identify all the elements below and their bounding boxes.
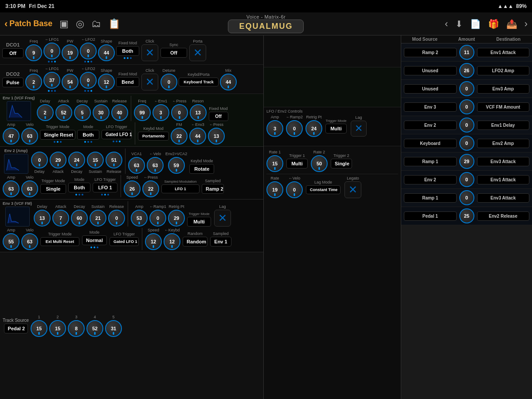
dco2-type[interactable]: Pulse <box>2 78 23 87</box>
env3-amp2[interactable]: 55 <box>3 233 20 250</box>
document-icon[interactable]: 📄 <box>470 19 481 29</box>
env3-sampled2[interactable]: Env 1 <box>210 237 231 246</box>
env1-env1[interactable]: 3 <box>153 104 169 121</box>
env3-lag-x[interactable]: ✕ <box>214 210 231 227</box>
mod-source-2[interactable]: Unused <box>404 84 457 94</box>
env1-press[interactable]: 0 <box>171 104 188 121</box>
env3-trigger-mode2[interactable]: Ext Multi Reset <box>40 237 79 246</box>
dco2-lfo2-knob[interactable]: 0 <box>80 72 97 89</box>
env3-trigger-mode[interactable]: Multi <box>187 217 211 227</box>
mod-amount-9[interactable]: 25 <box>459 208 474 223</box>
env3-amp[interactable]: 53 <box>131 210 148 227</box>
track3-knob[interactable]: 8 <box>68 320 85 337</box>
download-icon[interactable]: ⬇ <box>455 19 463 29</box>
env3-decay[interactable]: 60 <box>71 210 88 227</box>
env3-lfo-trigger[interactable]: Gated LFO 1 <box>110 237 139 246</box>
env3-ramp1[interactable]: 0 <box>149 210 166 227</box>
settings-icon[interactable]: ◎ <box>76 18 84 30</box>
mod-dest-4[interactable]: Env1 Delay <box>477 121 530 130</box>
mod-source-7[interactable]: Env 2 <box>404 175 457 184</box>
track4-knob[interactable]: 52 <box>86 320 103 337</box>
env2-sampled[interactable]: Ramp 2 <box>202 184 224 194</box>
lag-legato-x[interactable]: ✕ <box>344 181 361 198</box>
lfo-lag-x[interactable]: ✕ <box>351 121 367 137</box>
mod-source-8[interactable]: Ramp 1 <box>404 193 457 203</box>
dco1-shape-knob[interactable]: 44 <box>98 44 115 61</box>
lag-rate[interactable]: 19 <box>266 181 283 198</box>
dco2-fixed-mod[interactable]: Bend <box>116 77 139 87</box>
dco2-mix-knob[interactable]: 44 <box>220 74 237 90</box>
dco2-click-x[interactable]: ✕ <box>141 74 158 90</box>
env2-lfo-trigger[interactable]: LFO 1 <box>93 183 117 192</box>
dco1-lfo1-knob[interactable]: 0 <box>43 43 60 59</box>
dco1-freq-knob[interactable]: 9 <box>25 44 42 61</box>
mod-dest-3[interactable]: VCF FM Amount <box>477 102 530 112</box>
env2-env2vca2[interactable]: 59 <box>168 157 185 174</box>
env1-amp[interactable]: 47 <box>3 128 20 145</box>
env3-delay[interactable]: 13 <box>34 210 51 227</box>
mod-amount-5[interactable]: 0 <box>459 136 474 151</box>
mod-dest-0[interactable]: Env1 Attack <box>477 48 530 57</box>
env1-keybd-mod[interactable]: Portamento <box>138 132 169 141</box>
track1-knob[interactable]: 15 <box>31 320 47 337</box>
dco1-click-x[interactable]: ✕ <box>141 44 158 61</box>
mod-source-0[interactable]: Ramp 2 <box>404 48 457 57</box>
dco2-lfo1-knob[interactable]: 37 <box>43 72 60 89</box>
mod-amount-2[interactable]: 0 <box>459 81 474 96</box>
mod-amount-3[interactable]: 0 <box>459 99 474 114</box>
env1-press2[interactable]: 13 <box>208 128 225 145</box>
env3-sustain[interactable]: 21 <box>90 210 106 227</box>
dco1-lfo2-knob[interactable]: 0 <box>80 43 97 59</box>
mod-source-5[interactable]: Keyboard <box>404 139 457 148</box>
mod-amount-6[interactable]: 29 <box>459 154 474 169</box>
dco2-shape-knob[interactable]: 12 <box>98 74 115 90</box>
env2-velo-knob[interactable]: 63 <box>147 157 164 174</box>
dco2-freq-knob[interactable]: 2 <box>25 74 42 90</box>
mod-amount-1[interactable]: 26 <box>459 63 474 78</box>
share-icon[interactable]: 🎁 <box>488 19 499 29</box>
folder-icon[interactable]: 🗂 <box>91 18 101 30</box>
env3-speed2[interactable]: 12 <box>145 233 162 250</box>
env3-mode[interactable]: Normal <box>82 235 107 245</box>
dco2-detune-knob[interactable]: 0 <box>160 74 177 90</box>
lfo-amp[interactable]: 3 <box>266 120 283 137</box>
env1-mode[interactable]: Both <box>77 130 99 140</box>
env2-sustain[interactable]: 15 <box>87 152 104 168</box>
env1-release[interactable]: 40 <box>111 104 128 121</box>
env3-random[interactable]: Random <box>183 237 207 246</box>
mod-dest-7[interactable]: Env1 Attack <box>477 175 530 184</box>
env1-lfo-trigger[interactable]: Gated LFO 1 <box>102 130 132 139</box>
lag-velo[interactable]: 0 <box>286 181 303 198</box>
env1-sustain[interactable]: 30 <box>93 104 110 121</box>
mod-source-3[interactable]: Env 3 <box>404 102 457 112</box>
dco1-porta-x[interactable]: ✕ <box>189 44 206 61</box>
env2-velo2[interactable]: 63 <box>21 180 38 197</box>
mod-dest-6[interactable]: Env3 Attack <box>477 157 530 166</box>
env2-delay[interactable]: 0 <box>31 152 48 168</box>
env2-vca1[interactable]: 63 <box>128 157 145 174</box>
mod-amount-4[interactable]: 0 <box>459 117 474 133</box>
env1-velo[interactable]: 63 <box>21 128 38 145</box>
env3-release[interactable]: 0 <box>108 210 125 227</box>
env1-attack[interactable]: 52 <box>55 104 72 121</box>
env1-fixed-mod[interactable]: Off <box>209 112 228 121</box>
env2-trigger-mode[interactable]: Single <box>40 184 66 194</box>
env1-env3[interactable]: 44 <box>189 128 206 145</box>
dco2-keybd-porta[interactable]: Keyboard Track <box>179 78 219 86</box>
mod-source-6[interactable]: Ramp 1 <box>404 157 457 166</box>
env2-attack[interactable]: 29 <box>50 152 66 168</box>
env3-velo[interactable]: 63 <box>21 233 38 250</box>
track2-knob[interactable]: 15 <box>49 320 66 337</box>
lfo-retrig[interactable]: 24 <box>305 120 322 137</box>
lag-mode[interactable]: Constant Time <box>306 185 340 194</box>
track-source-pedal[interactable]: Pedal 2 <box>4 324 28 333</box>
layout-icon[interactable]: ▣ <box>59 18 69 30</box>
env3-attack[interactable]: 7 <box>52 210 69 227</box>
mod-amount-7[interactable]: 0 <box>459 172 474 187</box>
ramp-trigger2[interactable]: Single <box>331 159 352 168</box>
dco1-sync[interactable]: Off <box>160 48 187 58</box>
dco1-fixed-mod[interactable]: Both <box>116 46 139 56</box>
env2-mode[interactable]: Both <box>68 183 90 192</box>
env1-decay[interactable]: 5 <box>74 104 91 121</box>
ramp-rate1[interactable]: 15 <box>266 155 283 172</box>
